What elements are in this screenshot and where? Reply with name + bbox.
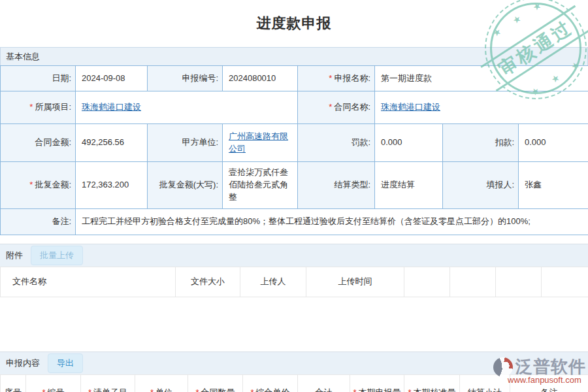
date-value: 2024-09-08 <box>76 66 148 91</box>
attachments-title: 附件 <box>6 250 23 261</box>
attachments-column-header-1: 文件大小 <box>176 267 240 297</box>
required-marker: * <box>29 102 33 112</box>
required-marker: * <box>408 387 411 392</box>
row-project: *所属项目: 珠海鹤港口建设 *合同名称: 珠海鹤港口建设 <box>1 91 588 124</box>
remark-value: 工程完工并经甲方初验合格支付至完成量的80%；整体工程通过验收后支付至结算价（含… <box>76 209 588 235</box>
attachments-empty-header-7 <box>542 267 588 297</box>
party-a-link[interactable]: 广州高速路有限公司 <box>229 131 288 154</box>
deduction-label: 扣款: <box>443 124 519 162</box>
attachments-empty-area <box>0 297 588 343</box>
declaration-column-header-1: *编号 <box>26 375 81 392</box>
required-marker: * <box>150 387 154 392</box>
export-button[interactable]: 导出 <box>48 353 83 373</box>
required-marker: * <box>88 387 91 392</box>
progress-payment-declaration-page: 进度款申报 基本信息 日期: 2024-09-08 申报编号: 20240800… <box>0 0 588 392</box>
row-date: 日期: 2024-09-08 申报编号: 2024080010 *申报名称: 第… <box>1 66 588 91</box>
required-marker: * <box>353 387 356 392</box>
section-declaration-content: 申报内容 导出 <box>0 351 588 374</box>
attachments-table: 文件名称文件大小上传人上传时间 <box>0 267 588 297</box>
basic-info-table: 日期: 2024-09-08 申报编号: 2024080010 *申报名称: 第… <box>0 65 588 235</box>
contract-name-value: 珠海鹤港口建设 <box>375 91 588 124</box>
declaration-table: 序号*编号*清单子目*单位*合同数量*综合单价合计*本期申报量*本期核准量结算小… <box>0 374 588 392</box>
required-marker: * <box>29 180 33 189</box>
required-marker: * <box>195 387 199 392</box>
declaration-header-row: 序号*编号*清单子目*单位*合同数量*综合单价合计*本期申报量*本期核准量结算小… <box>1 375 588 392</box>
row-approved-amount: *批复金额: 172,363.200 批复金额(大写): 壹拾柒万贰仟叁佰陆拾叁… <box>1 162 588 209</box>
reporter-label: 填报人: <box>443 162 519 209</box>
declaration-column-header-9: 结算小计 <box>460 375 510 392</box>
declaration-no-label: 申报编号: <box>148 66 223 91</box>
declaration-column-header-8: *本期核准量 <box>404 375 460 392</box>
reporter-value: 张鑫 <box>519 162 588 209</box>
declaration-name-value: 第一期进度款 <box>375 66 588 91</box>
project-value: 珠海鹤港口建设 <box>76 91 298 124</box>
section-attachments: 附件 批量上传 <box>0 244 588 267</box>
declaration-column-header-0: 序号 <box>1 375 26 392</box>
section-basic-info: 基本信息 <box>0 47 588 65</box>
required-marker: * <box>42 387 45 392</box>
declaration-column-header-7: *本期申报量 <box>350 375 404 392</box>
section-basic-info-label: 基本信息 <box>6 52 40 61</box>
page-title: 进度款申报 <box>0 0 588 33</box>
contract-name-label: *合同名称: <box>298 91 375 124</box>
declaration-column-header-10: 备注 <box>510 375 588 392</box>
attachments-column-header-3: 上传时间 <box>306 267 404 297</box>
attachments-empty-header-5 <box>450 267 496 297</box>
contract-amount-value: 492,256.56 <box>76 124 148 162</box>
attachments-column-header-2: 上传人 <box>240 267 306 297</box>
penalty-label: 罚款: <box>298 124 375 162</box>
approved-amount-value: 172,363.200 <box>76 162 148 209</box>
settlement-type-label: 结算类型: <box>298 162 375 209</box>
declaration-column-header-6: 合计 <box>298 375 350 392</box>
required-marker: * <box>329 73 332 83</box>
row-remark: 备注: 工程完工并经甲方初验合格支付至完成量的80%；整体工程通过验收后支付至结… <box>1 209 588 235</box>
required-marker: * <box>329 102 332 112</box>
approved-amount-label: *批复金额: <box>1 162 76 209</box>
approved-amount-caps-value: 壹拾柒万贰仟叁佰陆拾叁元贰角整 <box>223 162 298 209</box>
settlement-type-value: 进度结算 <box>375 162 443 209</box>
declaration-no-value: 2024080010 <box>223 66 298 91</box>
declaration-column-header-5: *综合单价 <box>243 375 298 392</box>
declaration-content-title: 申报内容 <box>6 357 40 369</box>
declaration-column-header-3: *单位 <box>135 375 188 392</box>
penalty-value: 0.000 <box>375 124 443 162</box>
project-label: *所属项目: <box>1 91 76 124</box>
party-a-value: 广州高速路有限公司 <box>223 124 298 162</box>
deduction-value: 0.000 <box>519 124 588 162</box>
attachments-empty-header-6 <box>496 267 542 297</box>
attachments-column-header-0: 文件名称 <box>1 267 176 297</box>
contract-name-link[interactable]: 珠海鹤港口建设 <box>381 102 440 112</box>
declaration-column-header-4: *合同数量 <box>188 375 243 392</box>
row-contract-amount: 合同金额: 492,256.56 甲方单位: 广州高速路有限公司 罚款: 0.0… <box>1 124 588 162</box>
batch-upload-button[interactable]: 批量上传 <box>31 246 83 265</box>
party-a-label: 甲方单位: <box>148 124 223 162</box>
contract-amount-label: 合同金额: <box>1 124 76 162</box>
approved-amount-caps-label: 批复金额(大写): <box>148 162 223 209</box>
remark-label: 备注: <box>1 209 76 235</box>
attachments-empty-header-4 <box>404 267 450 297</box>
declaration-column-header-2: *清单子目 <box>81 375 135 392</box>
attachments-header-row: 文件名称文件大小上传人上传时间 <box>1 267 588 297</box>
declaration-name-label: *申报名称: <box>298 66 375 91</box>
project-link[interactable]: 珠海鹤港口建设 <box>82 102 141 112</box>
date-label: 日期: <box>1 66 76 91</box>
required-marker: * <box>250 387 253 392</box>
